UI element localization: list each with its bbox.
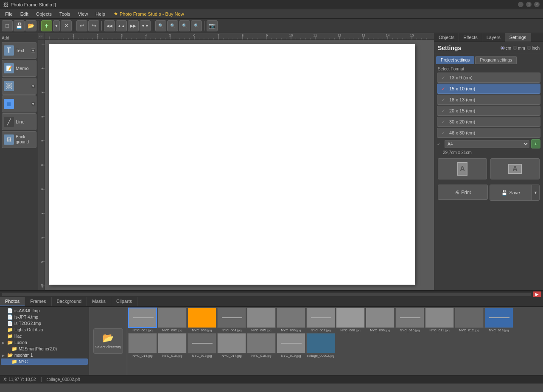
menu-view[interactable]: View xyxy=(75,11,92,17)
main-canvas[interactable] xyxy=(49,44,415,285)
horizontal-scrollbar[interactable] xyxy=(2,293,531,296)
subtab-project-settings[interactable]: Project settings xyxy=(436,56,474,64)
tree-item-lilac[interactable]: 📁 lilac xyxy=(1,333,88,339)
tab-layers[interactable]: Layers xyxy=(482,33,505,42)
subtab-program-settings[interactable]: Program settings xyxy=(475,56,517,64)
thumbnail-item-8[interactable]: NYC_009.jpg xyxy=(366,308,395,332)
scroll-right-button[interactable]: ▶ xyxy=(533,291,541,297)
format-46x30[interactable]: ✓ 46 x 30 (cm) xyxy=(437,128,540,138)
thumbnail-item-1[interactable]: NYC_002.jpg xyxy=(158,308,187,332)
add-dropdown[interactable]: ▼ xyxy=(53,20,60,31)
thumbnail-item-17[interactable]: NYC_018.jpg xyxy=(247,333,276,358)
thumbnail-item-13[interactable]: NYC_014.jpg xyxy=(128,333,157,358)
menu-tools[interactable]: Tools xyxy=(56,11,74,17)
tree-item-lucion[interactable]: ▶ 📂 Lucion xyxy=(1,339,88,346)
tab-effects[interactable]: Effects xyxy=(459,33,482,42)
minimize-button[interactable]: — xyxy=(518,2,523,7)
maximize-button[interactable]: □ xyxy=(526,2,532,7)
format-13x9[interactable]: ✓ 13 x 9 (cm) xyxy=(437,73,540,83)
thumbnail-item-0[interactable]: NYC_001.jpg xyxy=(128,308,157,332)
tab-cliparts[interactable]: Cliparts xyxy=(111,297,137,306)
thumbnail-item-6[interactable]: NYC_007.jpg xyxy=(306,308,335,332)
add-button[interactable]: + xyxy=(41,20,52,31)
add-image-button[interactable]: 🖼 ▼ xyxy=(2,78,36,95)
tab-objects[interactable]: Objects xyxy=(434,33,459,42)
menu-file[interactable]: File xyxy=(2,11,16,17)
thumbnail-item-12[interactable]: NYC_013.jpg xyxy=(484,308,513,332)
unit-cm-radio[interactable]: cm xyxy=(501,46,511,50)
menu-help[interactable]: Help xyxy=(92,11,109,17)
thumbnail-item-14[interactable]: NYC_015.jpg xyxy=(158,333,187,358)
portrait-button[interactable]: A xyxy=(438,158,487,179)
tree-item-mso[interactable]: ▶ 📂 msohtml1 xyxy=(1,352,88,358)
canvas-area[interactable] xyxy=(45,40,434,290)
save-button[interactable]: 💾 xyxy=(14,20,25,31)
promo-banner[interactable]: ★ Photo Frame Studio - Buy Now xyxy=(114,11,184,17)
thumbnail-item-19[interactable]: collage_00002.jpg xyxy=(306,333,335,358)
add-memo-button[interactable]: 📝 Memo xyxy=(2,60,36,77)
tree-item-m2[interactable]: 📁 M2SmartPhone(2.0) xyxy=(1,346,88,352)
thumbnail-item-18[interactable]: NYC_019.jpg xyxy=(277,333,305,358)
format-18x13[interactable]: ✓ 18 x 13 (cm) xyxy=(437,95,540,105)
add-format-button[interactable]: + xyxy=(531,139,540,148)
image-arrow-icon[interactable]: ▼ xyxy=(31,84,35,88)
zoom-out-button[interactable]: 🔍 xyxy=(167,20,178,31)
close-button[interactable]: ✕ xyxy=(534,2,540,7)
add-shape-button[interactable]: ■ ▼ xyxy=(2,95,36,112)
move-up-button[interactable]: ▲▲ xyxy=(116,20,127,31)
thumbnail-item-3[interactable]: NYC_004.jpg xyxy=(217,308,246,332)
shape-arrow-icon[interactable]: ▼ xyxy=(31,102,35,106)
format-20x15[interactable]: ✓ 20 x 15 (cm) xyxy=(437,106,540,116)
print-button[interactable]: 🖨 Print xyxy=(438,185,488,200)
new-button[interactable]: □ xyxy=(2,20,13,31)
tree-item-0[interactable]: 📄 is-AA3JL.tmp xyxy=(1,308,88,314)
add-line-button[interactable]: ╱ Line xyxy=(2,113,36,130)
thumbnail-item-10[interactable]: NYC_011.jpg xyxy=(425,308,454,332)
tab-frames[interactable]: Frames xyxy=(25,297,51,306)
text-arrow-icon[interactable]: ▼ xyxy=(31,48,35,53)
save-main-button[interactable]: 💾 Save xyxy=(490,185,532,200)
thumbnail-item-4[interactable]: NYC_005.jpg xyxy=(247,308,276,332)
tree-item-2[interactable]: 📄 is-T2OG2.tmp xyxy=(1,320,88,327)
thumbnail-item-5[interactable]: NYC_006.jpg xyxy=(277,308,305,332)
tree-item-nyc[interactable]: 📁 NYC xyxy=(1,358,88,365)
add-text-button[interactable]: T Text ▼ xyxy=(2,42,36,59)
tab-background[interactable]: Background xyxy=(52,297,87,306)
thumbnail-item-7[interactable]: NYC_008.jpg xyxy=(336,308,365,332)
add-background-button[interactable]: 🖼 Back ground xyxy=(2,131,36,148)
right-panel: Objects Effects Layers Settings Settings… xyxy=(434,33,543,290)
thumbnail-item-2[interactable]: NYC_003.jpg xyxy=(188,308,216,332)
thumbnail-item-15[interactable]: NYC_016.jpg xyxy=(188,333,216,358)
thumbnail-item-11[interactable]: NYC_012.jpg xyxy=(455,308,484,332)
menu-edit[interactable]: Edit xyxy=(17,11,32,17)
thumbnail-item-9[interactable]: NYC_010.jpg xyxy=(395,308,424,332)
landscape-button[interactable]: A xyxy=(490,158,540,179)
save-dropdown-button[interactable]: ▼ xyxy=(532,185,539,200)
zoom-in-button[interactable]: 🔍 xyxy=(179,20,190,31)
delete-button[interactable]: ✕ xyxy=(61,20,72,31)
format-30x20[interactable]: ✓ 30 x 20 (cm) xyxy=(437,117,540,127)
format-15x10[interactable]: ✓ 15 x 10 (cm) xyxy=(437,84,540,94)
open-button[interactable]: 📂 xyxy=(25,20,36,31)
select-directory-button[interactable]: 📂 Select directory xyxy=(93,328,123,354)
tree-item-1[interactable]: 📄 is-JPTI4.tmp xyxy=(1,314,88,320)
unit-inch-radio[interactable]: inch xyxy=(527,46,540,50)
menu-objects[interactable]: Objects xyxy=(33,11,55,17)
redo-button[interactable]: ↪ xyxy=(88,20,99,31)
custom-format-select[interactable]: A4 A3 A5 Letter xyxy=(445,140,529,148)
zoom-fit-button[interactable]: 🔍 xyxy=(155,20,166,31)
undo-button[interactable]: ↩ xyxy=(76,20,87,31)
move-right-button[interactable]: ▶▶ xyxy=(128,20,139,31)
thumbnail-item-16[interactable]: NYC_017.jpg xyxy=(217,333,246,358)
move-down-button[interactable]: ▼▼ xyxy=(140,20,151,31)
tab-masks[interactable]: Masks xyxy=(87,297,111,306)
export-button[interactable]: 📷 xyxy=(207,20,218,31)
tree-label-nyc: NYC xyxy=(19,359,28,364)
move-left-button[interactable]: ◀◀ xyxy=(104,20,115,31)
line-icon: ╱ xyxy=(4,117,14,127)
tab-photos[interactable]: Photos xyxy=(0,297,25,306)
tree-item-lights[interactable]: 📁 Lights Out Asia xyxy=(1,327,88,333)
zoom-reset-button[interactable]: 🔍 xyxy=(191,20,202,31)
tab-settings[interactable]: Settings xyxy=(505,33,531,42)
unit-mm-radio[interactable]: mm xyxy=(513,46,525,50)
